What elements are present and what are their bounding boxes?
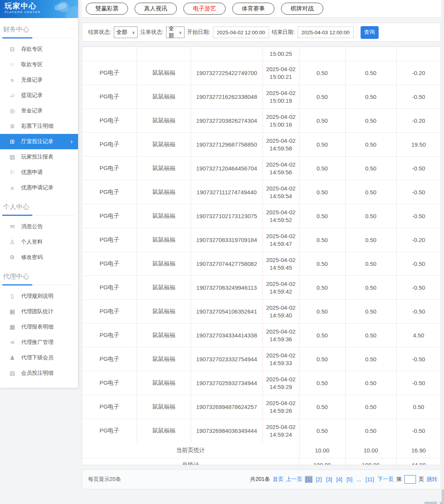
page-number-link[interactable]: [4] bbox=[336, 476, 343, 483]
sidebar-item[interactable]: ▱ 提现记录 bbox=[0, 88, 78, 103]
table-row: PG电子 鼠鼠福福 1907327111274749440 2025-04-02… bbox=[82, 180, 441, 204]
game-cell: 鼠鼠福福 bbox=[137, 228, 191, 252]
order-number-cell: 1907327111274749440 bbox=[191, 180, 263, 204]
sidebar-item[interactable]: ☞ 取款专区 bbox=[0, 57, 78, 72]
sidebar-item[interactable]: ✉ 消息公告 bbox=[0, 219, 78, 234]
time-text: 14:59:26 bbox=[263, 407, 299, 415]
bet-amount-cell: 0.50 bbox=[299, 371, 345, 395]
page-number-link[interactable]: [3] bbox=[325, 476, 333, 483]
winloss-cell: -0.50 bbox=[396, 85, 441, 109]
winloss-cell: -0.50 bbox=[396, 371, 441, 395]
page-number-link[interactable]: [11] bbox=[365, 476, 375, 483]
sidebar-item[interactable]: ▩ 代理报表明细 bbox=[0, 319, 78, 335]
page-links: [1][2][3][4][5]...[11] bbox=[305, 476, 375, 483]
total-summary-label: 总统计 bbox=[82, 458, 299, 466]
settle-status-select[interactable]: 全部 bbox=[114, 27, 138, 38]
sidebar-item[interactable]: ▯ 代理规则说明 bbox=[0, 289, 78, 304]
bet-amount-cell: 0.50 bbox=[299, 133, 345, 157]
valid-bet-cell: 0.50 bbox=[345, 228, 396, 252]
sidebar-item-label: 修改密码 bbox=[21, 254, 43, 261]
date-text: 2025-04-02 bbox=[263, 352, 299, 359]
sidebar-item[interactable]: ⚐ 优惠申请 bbox=[0, 165, 78, 180]
datetime-cell: 2025-04-02 14:59:54 bbox=[263, 180, 299, 204]
winloss-cell: -0.50 bbox=[396, 300, 441, 324]
bet-amount-cell bbox=[299, 47, 345, 61]
game-category-tab[interactable]: 雙赢彩票 bbox=[86, 3, 128, 15]
table-row: PG电子 鼠鼠福福 1907327074427758082 2025-04-02… bbox=[82, 252, 441, 276]
game-cell: 鼠鼠福福 bbox=[137, 300, 191, 324]
time-text: 14:59:54 bbox=[263, 192, 299, 200]
section-heading-finance: 财务中心 bbox=[2, 23, 74, 38]
winloss-cell: -0.50 bbox=[396, 347, 441, 371]
game-cell: 鼠鼠福福 bbox=[137, 276, 191, 300]
date-text: 2025-04-02 bbox=[263, 232, 299, 240]
datetime-cell: 15:00:25 bbox=[263, 47, 299, 61]
bet-amount-cell: 0.50 bbox=[299, 300, 345, 324]
agent-promo-icon: ⋖ bbox=[8, 339, 16, 346]
sidebar-item-label: 优惠申请 bbox=[21, 169, 43, 176]
date-text: 2025-04-02 bbox=[263, 423, 299, 431]
horizontal-scrollbar-thumb[interactable] bbox=[424, 502, 437, 504]
sidebar-item-label: 提现记录 bbox=[21, 92, 43, 99]
lottery-bet-detail-icon: ≣ bbox=[8, 123, 16, 130]
sidebar-item[interactable]: ▤ 会员投注明细 bbox=[0, 365, 78, 381]
section-heading-agent: 代理中心 bbox=[2, 270, 74, 285]
order-status-select[interactable]: 全部 bbox=[166, 27, 185, 38]
page-number-link[interactable]: [1] bbox=[305, 476, 313, 483]
jump-page-input[interactable] bbox=[404, 475, 416, 484]
winloss-cell: -0.20 bbox=[396, 228, 441, 252]
time-text: 14:59:36 bbox=[263, 335, 299, 343]
winloss-cell: -0.20 bbox=[396, 109, 441, 133]
time-text: 14:59:42 bbox=[263, 288, 299, 295]
withdraw-hand-icon: ☞ bbox=[8, 61, 16, 68]
winloss-cell: -0.50 bbox=[396, 157, 441, 180]
promo-apply-record-icon: ≡ bbox=[8, 185, 16, 191]
sidebar-item[interactable]: ◎ 资金记录 bbox=[0, 103, 78, 118]
jump-button[interactable]: 跳转 bbox=[427, 476, 437, 483]
game-cell: 鼠鼠福福 bbox=[137, 419, 191, 443]
sidebar-item[interactable]: ¤ 充值记录 bbox=[0, 72, 78, 88]
search-button[interactable]: 查询 bbox=[361, 26, 379, 39]
sidebar-item[interactable]: ⊞ 厅室投注记录 bbox=[0, 134, 78, 149]
message-bell-icon: ✉ bbox=[8, 223, 16, 230]
table-row: 15:00:25 bbox=[82, 47, 441, 61]
game-category-tab[interactable]: 棋牌对战 bbox=[281, 3, 323, 15]
chevron-down-icon bbox=[179, 30, 181, 35]
prev-page-link[interactable]: 上一页 bbox=[286, 476, 302, 483]
order-number-cell: 1907327025932734944 bbox=[191, 371, 263, 395]
sidebar-item[interactable]: ⊟ 存款专区 bbox=[0, 42, 78, 57]
winloss-cell: -0.50 bbox=[396, 252, 441, 276]
page-number-link[interactable]: ... bbox=[356, 476, 362, 483]
order-number-cell: 1907327102173123075 bbox=[191, 204, 263, 228]
sidebar-item[interactable]: ≡ 优惠申请记录 bbox=[0, 180, 78, 195]
sidebar-item[interactable]: ⋖ 代理推广管理 bbox=[0, 335, 78, 350]
start-date-input[interactable] bbox=[213, 27, 269, 38]
time-text: 14:59:33 bbox=[263, 359, 299, 367]
game-category-tab[interactable]: 体育赛事 bbox=[232, 3, 274, 15]
valid-bet-cell: 0.50 bbox=[345, 204, 396, 228]
winloss-cell: 0.50 bbox=[396, 395, 441, 419]
sidebar-item[interactable]: ♟ 代理下级会员 bbox=[0, 350, 78, 365]
next-page-link[interactable]: 下一页 bbox=[377, 476, 394, 483]
page-summary-row: 当前页统计 10.00 10.00 16.90 bbox=[82, 442, 441, 458]
page-number-link[interactable]: [5] bbox=[346, 476, 353, 483]
per-page-label: 每页显示20条 bbox=[88, 476, 121, 483]
pagination-bar: 每页显示20条 共201条 首页 上一页 [1][2][3][4][5]...[… bbox=[82, 469, 441, 489]
table-row: PG电子 鼠鼠福福 1907327083319709184 2025-04-02… bbox=[82, 228, 441, 252]
vertical-scrollbar-track bbox=[442, 0, 444, 504]
sidebar-item[interactable]: ≣ 彩票下注明细 bbox=[0, 118, 78, 134]
sidebar-item[interactable]: ▦ 代理团队统计 bbox=[0, 304, 78, 319]
sidebar-item[interactable]: ▧ 玩家投注报表 bbox=[0, 149, 78, 165]
player-bet-report-icon: ▧ bbox=[8, 154, 16, 160]
game-category-tab[interactable]: 真人视讯 bbox=[135, 3, 177, 15]
end-date-input[interactable] bbox=[298, 27, 354, 38]
game-category-tab[interactable]: 电子游艺 bbox=[183, 3, 226, 15]
sidebar-item[interactable]: ⚙ 修改密码 bbox=[0, 250, 78, 265]
start-date-label: 开始日期: bbox=[187, 29, 210, 36]
first-page-link[interactable]: 首页 bbox=[273, 476, 283, 483]
sidebar-item[interactable]: ♙ 个人资料 bbox=[0, 234, 78, 250]
date-text: 2025-04-02 bbox=[263, 89, 299, 97]
hall-cell: PG电子 bbox=[82, 371, 137, 395]
brand-logo: 玩家中心 PLAYERS CENTER bbox=[0, 0, 78, 18]
page-number-link[interactable]: [2] bbox=[315, 476, 323, 483]
